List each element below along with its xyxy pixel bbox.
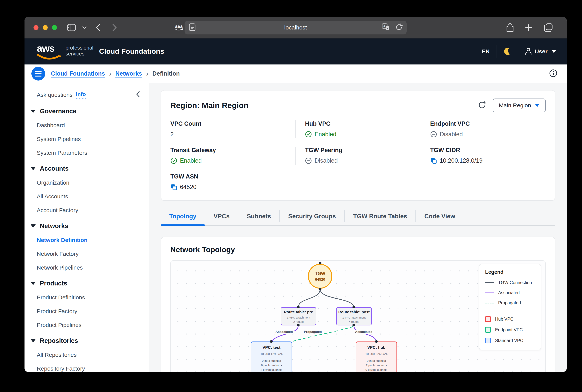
new-tab-icon[interactable] [525,24,533,32]
sidebar-section-header-governance[interactable]: Governance [31,108,149,115]
edge-label-propagated: Propagated [302,330,323,334]
sidebar-section-header-accounts[interactable]: Accounts [31,165,149,172]
vpc-test-top-connector-dot [270,340,273,343]
standard-vpc-swatch [485,338,491,344]
zoom-window-button[interactable] [52,25,57,30]
sidebar-collapse-icon[interactable] [136,91,140,99]
aws-logo: aws professional services [37,43,94,60]
user-label: User [535,48,547,55]
stat-empty-cell [421,173,546,191]
topology-canvas[interactable]: TGW 64520 Route table: pre 1 VPC attachm… [170,260,546,372]
stat-empty-cell [295,173,420,191]
sidebar-item-network-factory[interactable]: Network Factory [37,250,149,257]
route-table-pre-node[interactable]: Route table: pre 1 VPC attachment2 route… [281,307,316,326]
sidebar-item-network-pipelines[interactable]: Network Pipelines [37,264,149,271]
aws-logo-text: aws [37,43,62,54]
legend-item-hub-vpc: Hub VPC [485,316,535,322]
sidebar-item-product-pipelines[interactable]: Product Pipelines [37,322,149,328]
breadcrumb-bar: Cloud Foundations › Networks › Definitio… [25,64,567,83]
sidebar-item-product-factory[interactable]: Product Factory [37,308,149,314]
stat-tgw-cidr: TGW CIDR 10.200.128.0/19 [421,147,546,165]
language-selector[interactable]: EN [482,48,489,55]
address-bar[interactable]: localhost Ax [185,21,407,34]
breadcrumb-link-networks[interactable]: Networks [115,70,142,77]
sidebar-item-all-repositories[interactable]: All Repositories [37,352,149,358]
sidebar-item-system-parameters[interactable]: System Parameters [37,150,149,156]
share-icon[interactable] [506,23,514,32]
vpc-test-node[interactable]: VPC: test 10.200.129.0/24 2 intra subnet… [251,342,292,372]
sidebar-item-dashboard[interactable]: Dashboard [37,122,149,128]
tgw-connection-line-swatch [485,282,494,283]
sidebar-menu-chevron-icon[interactable] [82,26,87,29]
section-caret-icon [31,167,36,170]
dark-mode-moon-icon[interactable] [503,47,511,56]
legend-item-endpoint-vpc: Endpoint VPC [485,327,535,333]
copy-icon[interactable] [430,157,437,164]
minimize-window-button[interactable] [43,25,48,30]
tab-overview-icon[interactable] [544,23,553,32]
sidebar-item-network-definition[interactable]: Network Definition [37,237,149,243]
ask-questions-info-link[interactable]: Info [76,91,86,98]
reload-icon[interactable] [395,23,403,32]
legend-item-tgw-connection: TGW Connection [485,280,535,285]
extension-aea-icon[interactable]: aea [174,22,185,32]
sidebar-toggle-icon[interactable] [67,24,76,31]
region-selector-dropdown[interactable]: Main Region [493,98,546,112]
tgw-node[interactable]: TGW 64520 [308,264,332,289]
sidebar-item-product-definitions[interactable]: Product Definitions [37,294,149,301]
svg-text:x: x [387,27,388,30]
route-post-bottom-connector-dot [352,324,355,326]
tab-vpcs[interactable]: VPCs [205,210,239,222]
stat-vpc-count: VPC Count 2 [170,120,295,138]
browser-titlebar: aea localhost Ax [25,17,567,38]
user-menu[interactable]: User [525,48,556,56]
header-divider [496,45,496,58]
tabs-bar: Topology VPCs Subnets Security Groups TG… [161,210,555,226]
tab-tgw-route-tables[interactable]: TGW Route Tables [345,210,416,222]
back-button[interactable] [96,24,100,32]
stat-hub-vpc: Hub VPC Enabled [295,120,420,138]
tgw-bottom-connector-dot [319,288,321,290]
tab-subnets[interactable]: Subnets [238,210,280,222]
forward-button[interactable] [112,24,117,32]
translate-icon[interactable]: Ax [382,23,390,32]
aws-smile-icon [37,54,62,60]
vpc-hub-node[interactable]: VPC: hub 10.200.224.0/24 2 intra subnets… [356,342,397,372]
desktop: { "browser": { "url": "localhost" }, "he… [0,0,582,392]
stat-tgw-peering: TGW Peering Disabled [295,147,420,165]
nav-menu-button[interactable] [32,67,45,80]
tab-code-view[interactable]: Code View [416,210,463,222]
route-post-top-connector-dot [352,306,355,308]
sidebar-section-accounts: Accounts Organization All Accounts Accou… [37,165,149,214]
stat-endpoint-vpc: Endpoint VPC Disabled [421,120,546,138]
enabled-check-icon [305,131,312,138]
sidebar-item-all-accounts[interactable]: All Accounts [37,193,149,200]
close-window-button[interactable] [34,25,39,30]
copy-icon[interactable] [170,184,177,190]
sidebar-item-repository-factory[interactable]: Repository Factory [37,366,149,372]
legend-item-standard-vpc: Standard VPC [485,338,535,344]
sidebar-item-system-pipelines[interactable]: System Pipelines [37,136,149,142]
stat-transit-gateway: Transit Gateway Enabled [170,147,295,165]
sidebar-item-account-factory[interactable]: Account Factory [37,207,149,214]
region-selector-value: Main Region [499,102,531,109]
browser-window: aea localhost Ax [25,17,567,372]
sidebar-section-repositories: Repositories All Repositories Repository… [37,337,149,372]
route-table-post-node[interactable]: Route table: post 1 VPC attachment4 rout… [336,307,372,326]
sidebar-section-header-products[interactable]: Products [31,280,149,287]
breadcrumb-separator-icon: › [146,70,148,78]
sidebar-section-products: Products Product Definitions Product Fac… [37,280,149,328]
sidebar-item-organization[interactable]: Organization [37,180,149,186]
refresh-icon[interactable] [478,101,486,110]
sidebar-section-header-networks[interactable]: Networks [31,222,149,230]
main-content: Region: Main Region Main Region VPC Coun [149,83,567,372]
url-text[interactable]: localhost [185,24,407,31]
breadcrumb-link-cloud-foundations[interactable]: Cloud Foundations [51,70,105,77]
sidebar-section-header-repositories[interactable]: Repositories [31,337,149,344]
topology-legend: Legend TGW Connection Associated Propaga… [479,264,541,350]
page-info-icon[interactable] [549,69,557,78]
network-topology-card: Network Topology [161,237,555,372]
region-summary-card: Region: Main Region Main Region VPC Coun [161,90,555,201]
tab-topology[interactable]: Topology [161,210,205,222]
tab-security-groups[interactable]: Security Groups [280,210,345,222]
